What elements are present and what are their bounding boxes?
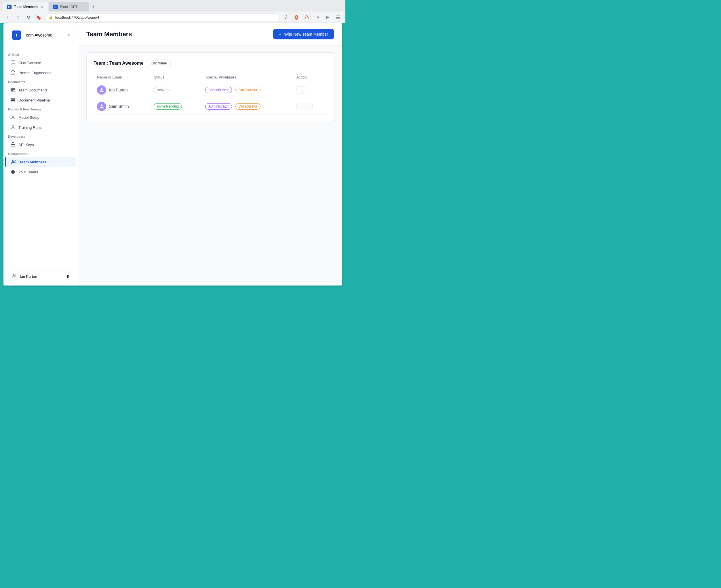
name-sam-smith: Sam Smith: [109, 104, 129, 109]
user-selector-chevron-icon: ⇕: [66, 274, 69, 279]
sidebar-item-prompt-engineering[interactable]: Prompt Engineering: [6, 68, 76, 78]
sidebar-item-team-members[interactable]: Team Members: [5, 157, 76, 167]
sidebar-footer: Ian Purton ⇕: [3, 267, 78, 286]
address-input[interactable]: 🔒 localhost:7700/app/team/4: [45, 14, 280, 21]
cell-status-sam: Invite Pending: [150, 98, 202, 115]
tab-close-team-members[interactable]: ✕: [40, 5, 43, 9]
tab-team-members[interactable]: B Team Members ✕: [2, 2, 48, 12]
chat-console-icon: [11, 60, 16, 65]
cell-privileges-ian: Administrator Collaborator: [202, 82, 293, 98]
col-special-privileges: Special Privelages: [202, 73, 293, 82]
menu-button[interactable]: ☰: [334, 13, 342, 21]
sidebar-header: T Team Awesome ▾: [3, 23, 78, 47]
invite-btn-label: + Invite New Team Member: [279, 32, 328, 37]
svg-rect-9: [14, 172, 15, 174]
prompt-engineering-icon: [11, 70, 16, 75]
status-badge-sam: Invite Pending: [154, 103, 182, 109]
section-label-ai-chat: AI Chat: [3, 50, 78, 58]
sidebar-toggle-button[interactable]: ⊡: [313, 13, 321, 21]
your-teams-icon: [11, 169, 16, 174]
svg-point-3: [12, 126, 14, 127]
edit-name-button[interactable]: Edit Name: [147, 60, 171, 67]
tab-title-team-members: Team Members: [14, 5, 38, 9]
invite-new-team-member-button[interactable]: + Invite New Team Member: [273, 29, 334, 39]
sidebar-item-document-pipeline[interactable]: Document Pipeline: [6, 95, 76, 105]
col-name-email: Name or Email: [94, 73, 150, 82]
svg-rect-4: [11, 144, 15, 147]
sidebar-item-label-training-runs: Training Runs: [18, 125, 41, 130]
sidebar-item-model-setup[interactable]: Model Setup: [6, 112, 76, 122]
sidebar-item-label-team-members: Team Members: [19, 160, 46, 164]
privilege-badge-collaborator-ian: Collaborator: [236, 87, 260, 93]
svg-point-5: [13, 160, 14, 162]
cell-name-ian: Ian Purton: [94, 82, 150, 98]
svg-text:!: !: [306, 17, 307, 19]
tab-favicon-bionic-gpt: B: [53, 5, 58, 9]
sidebar: T Team Awesome ▾ AI Chat Chat Console: [3, 23, 78, 286]
share-button[interactable]: ⤴: [282, 13, 290, 21]
brave-alert-button[interactable]: !: [303, 13, 311, 21]
sidebar-item-your-teams[interactable]: Your Teams: [6, 167, 76, 177]
team-section-team-name: Team Awesome: [109, 61, 144, 66]
model-setup-icon: [11, 115, 16, 120]
tab-favicon-team-members: B: [7, 5, 12, 9]
svg-point-2: [13, 117, 14, 118]
sidebar-item-label-api-keys: API Keys: [18, 143, 34, 147]
brave-shield-button[interactable]: [293, 13, 300, 21]
action-disabled-sam: —: [297, 103, 313, 110]
section-label-documents: Documents: [3, 78, 78, 85]
nav-reload-button[interactable]: ↻: [24, 13, 32, 21]
name-cell-ian: Ian Purton: [97, 85, 147, 94]
cell-action-ian: ...: [293, 82, 327, 98]
col-action: Action: [293, 73, 327, 82]
svg-rect-6: [11, 170, 13, 171]
user-icon: [12, 273, 17, 279]
cell-privileges-sam: Administrator Collaborator: [202, 98, 293, 115]
main-content: Team Members + Invite New Team Member Te…: [78, 23, 342, 286]
sidebar-item-label-chat-console: Chat Console: [18, 61, 41, 65]
name-cell-sam: Sam Smith: [97, 102, 147, 111]
team-name-label: Team Awesome: [24, 33, 65, 37]
nav-back-button[interactable]: ‹: [3, 13, 12, 21]
main-body: Team : Team Awesome Edit Name Name or Em…: [78, 45, 342, 129]
table-row: Ian Purton Active Administrator Collabor…: [94, 82, 327, 98]
document-pipeline-icon: [11, 98, 16, 103]
user-selector[interactable]: Ian Purton ⇕: [8, 271, 74, 282]
name-ian-purton: Ian Purton: [109, 88, 128, 92]
team-title-row: Team : Team Awesome Edit Name: [94, 60, 327, 67]
api-keys-icon: [11, 142, 16, 147]
avatar-ian: [97, 85, 106, 94]
sidebar-item-chat-console[interactable]: Chat Console: [6, 58, 76, 67]
sidebar-item-training-runs[interactable]: Training Runs: [6, 123, 76, 132]
nav-forward-button[interactable]: ›: [14, 13, 22, 21]
team-selector[interactable]: T Team Awesome ▾: [8, 28, 74, 42]
avatar-person-icon-sam: [99, 104, 104, 109]
cell-action-sam: —: [293, 98, 327, 115]
cell-status-ian: Active: [150, 82, 202, 98]
tab-bar: B Team Members ✕ B Bionic GPT +: [0, 0, 345, 12]
toolbar-right: ⤴ ! ⊡ ⊞ ☰: [282, 13, 342, 21]
sidebar-item-label-team-documents: Team Documents: [18, 88, 47, 92]
app-wrapper: T Team Awesome ▾ AI Chat Chat Console: [3, 23, 342, 286]
tab-title-bionic-gpt: Bionic GPT: [60, 5, 78, 9]
action-button-ian[interactable]: ...: [297, 86, 306, 94]
chevron-down-icon: ▾: [68, 33, 69, 37]
training-runs-icon: [11, 125, 16, 130]
new-tab-button[interactable]: +: [89, 3, 97, 11]
svg-point-12: [101, 104, 103, 106]
sidebar-item-team-documents[interactable]: Team Documents: [6, 85, 76, 95]
sidebar-nav: AI Chat Chat Console Prompt Engineering: [3, 47, 78, 267]
col-status: Status: [150, 73, 202, 82]
table-body: Ian Purton Active Administrator Collabor…: [94, 82, 327, 115]
avatar-sam: [97, 102, 106, 111]
cell-name-sam: Sam Smith: [94, 98, 150, 115]
nav-bookmark-button[interactable]: 🔖: [35, 13, 43, 21]
privilege-badge-admin-ian: Administrator: [205, 87, 232, 93]
lock-icon: 🔒: [48, 15, 53, 19]
sidebar-item-api-keys[interactable]: API Keys: [6, 140, 76, 149]
tab-bionic-gpt[interactable]: B Bionic GPT: [48, 2, 89, 12]
extensions-button[interactable]: ⊞: [323, 13, 332, 21]
section-label-models: Models & Fine Tuning: [3, 105, 78, 112]
team-section-title-prefix: Team :: [94, 61, 109, 66]
section-label-collaboration: Collaboration: [3, 150, 78, 157]
